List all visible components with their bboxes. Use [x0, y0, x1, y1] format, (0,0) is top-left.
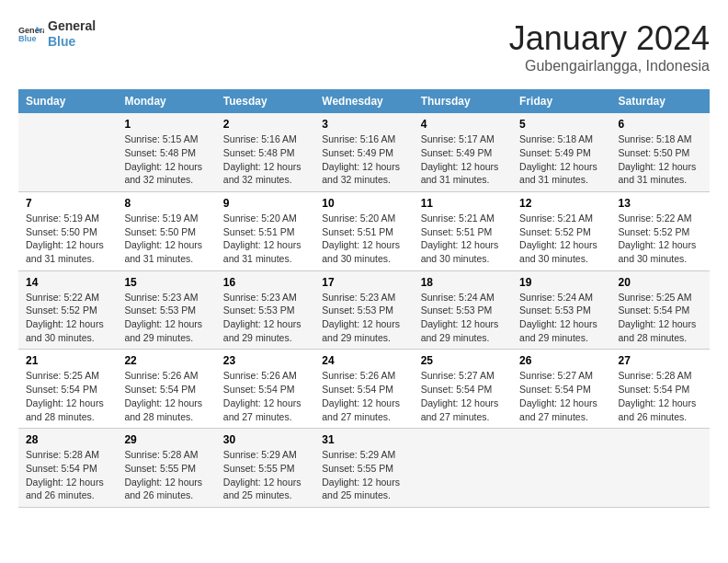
day-info: Sunrise: 5:19 AM Sunset: 5:50 PM Dayligh…	[124, 212, 208, 266]
week-row-2: 7Sunrise: 5:19 AM Sunset: 5:50 PM Daylig…	[18, 191, 710, 270]
logo-text-blue: Blue	[48, 34, 96, 50]
day-number: 6	[619, 118, 702, 131]
day-number: 26	[519, 354, 603, 367]
day-info: Sunrise: 5:23 AM Sunset: 5:53 PM Dayligh…	[124, 291, 208, 345]
calendar-cell: 19Sunrise: 5:24 AM Sunset: 5:53 PM Dayli…	[512, 270, 610, 350]
calendar-cell: 11Sunrise: 5:21 AM Sunset: 5:51 PM Dayli…	[414, 191, 512, 270]
day-info: Sunrise: 5:29 AM Sunset: 5:55 PM Dayligh…	[223, 448, 307, 502]
calendar-cell: 14Sunrise: 5:22 AM Sunset: 5:52 PM Dayli…	[18, 270, 117, 350]
logo: General Blue General Blue	[18, 18, 96, 50]
day-info: Sunrise: 5:26 AM Sunset: 5:54 PM Dayligh…	[322, 369, 405, 423]
day-info: Sunrise: 5:24 AM Sunset: 5:53 PM Dayligh…	[421, 291, 505, 345]
day-number: 2	[223, 118, 307, 131]
calendar-cell: 2Sunrise: 5:16 AM Sunset: 5:48 PM Daylig…	[216, 113, 314, 191]
calendar-table: SundayMondayTuesdayWednesdayThursdayFrid…	[18, 89, 710, 508]
day-number: 13	[619, 197, 702, 210]
calendar-cell: 17Sunrise: 5:23 AM Sunset: 5:53 PM Dayli…	[314, 270, 413, 350]
day-number: 11	[421, 197, 505, 210]
day-number: 10	[322, 197, 405, 210]
calendar-cell: 31Sunrise: 5:29 AM Sunset: 5:55 PM Dayli…	[314, 429, 413, 508]
day-number: 16	[223, 276, 307, 289]
day-info: Sunrise: 5:18 AM Sunset: 5:49 PM Dayligh…	[519, 132, 603, 187]
col-header-wednesday: Wednesday	[314, 89, 413, 113]
day-info: Sunrise: 5:28 AM Sunset: 5:54 PM Dayligh…	[26, 448, 109, 502]
day-number: 4	[421, 118, 505, 131]
day-info: Sunrise: 5:15 AM Sunset: 5:48 PM Dayligh…	[124, 132, 208, 187]
day-number: 25	[421, 354, 505, 367]
week-row-1: 1Sunrise: 5:15 AM Sunset: 5:48 PM Daylig…	[18, 113, 710, 191]
calendar-header-row: SundayMondayTuesdayWednesdayThursdayFrid…	[18, 89, 710, 113]
calendar-cell	[611, 429, 710, 508]
calendar-cell	[414, 429, 512, 508]
col-header-tuesday: Tuesday	[216, 89, 314, 113]
day-info: Sunrise: 5:22 AM Sunset: 5:52 PM Dayligh…	[26, 291, 109, 345]
day-number: 18	[421, 276, 505, 289]
day-info: Sunrise: 5:29 AM Sunset: 5:55 PM Dayligh…	[322, 448, 405, 502]
week-row-3: 14Sunrise: 5:22 AM Sunset: 5:52 PM Dayli…	[18, 270, 710, 350]
day-info: Sunrise: 5:21 AM Sunset: 5:51 PM Dayligh…	[421, 212, 505, 266]
day-number: 3	[322, 118, 405, 131]
day-info: Sunrise: 5:17 AM Sunset: 5:49 PM Dayligh…	[421, 132, 505, 187]
col-header-friday: Friday	[512, 89, 610, 113]
day-number: 30	[223, 433, 307, 446]
day-info: Sunrise: 5:27 AM Sunset: 5:54 PM Dayligh…	[519, 369, 603, 423]
logo-icon: General Blue	[18, 21, 44, 47]
svg-text:Blue: Blue	[18, 34, 37, 43]
day-info: Sunrise: 5:16 AM Sunset: 5:49 PM Dayligh…	[322, 132, 405, 187]
col-header-monday: Monday	[117, 89, 215, 113]
calendar-cell: 29Sunrise: 5:28 AM Sunset: 5:55 PM Dayli…	[117, 429, 215, 508]
day-number: 12	[519, 197, 603, 210]
day-number: 9	[223, 197, 307, 210]
calendar-cell: 6Sunrise: 5:18 AM Sunset: 5:50 PM Daylig…	[611, 113, 710, 191]
page-header: General Blue General Blue January 2024 G…	[18, 18, 710, 75]
calendar-cell: 26Sunrise: 5:27 AM Sunset: 5:54 PM Dayli…	[512, 350, 610, 429]
calendar-cell: 25Sunrise: 5:27 AM Sunset: 5:54 PM Dayli…	[414, 350, 512, 429]
day-number: 14	[26, 276, 109, 289]
day-number: 17	[322, 276, 405, 289]
calendar-cell: 30Sunrise: 5:29 AM Sunset: 5:55 PM Dayli…	[216, 429, 314, 508]
day-info: Sunrise: 5:20 AM Sunset: 5:51 PM Dayligh…	[223, 212, 307, 266]
calendar-cell: 28Sunrise: 5:28 AM Sunset: 5:54 PM Dayli…	[18, 429, 117, 508]
calendar-cell: 1Sunrise: 5:15 AM Sunset: 5:48 PM Daylig…	[117, 113, 215, 191]
day-info: Sunrise: 5:16 AM Sunset: 5:48 PM Dayligh…	[223, 132, 307, 187]
day-info: Sunrise: 5:23 AM Sunset: 5:53 PM Dayligh…	[322, 291, 405, 345]
svg-text:General: General	[18, 25, 44, 34]
calendar-cell: 18Sunrise: 5:24 AM Sunset: 5:53 PM Dayli…	[414, 270, 512, 350]
calendar-cell: 15Sunrise: 5:23 AM Sunset: 5:53 PM Dayli…	[117, 270, 215, 350]
day-number: 22	[124, 354, 208, 367]
logo-text-general: General	[48, 18, 96, 34]
col-header-sunday: Sunday	[18, 89, 117, 113]
day-info: Sunrise: 5:24 AM Sunset: 5:53 PM Dayligh…	[519, 291, 603, 345]
day-number: 21	[26, 354, 109, 367]
month-title: January 2024	[509, 18, 710, 58]
week-row-5: 28Sunrise: 5:28 AM Sunset: 5:54 PM Dayli…	[18, 429, 710, 508]
day-info: Sunrise: 5:19 AM Sunset: 5:50 PM Dayligh…	[26, 212, 109, 266]
day-number: 1	[124, 118, 208, 131]
day-info: Sunrise: 5:25 AM Sunset: 5:54 PM Dayligh…	[619, 291, 702, 345]
day-number: 5	[519, 118, 603, 131]
day-info: Sunrise: 5:20 AM Sunset: 5:51 PM Dayligh…	[322, 212, 405, 266]
day-info: Sunrise: 5:26 AM Sunset: 5:54 PM Dayligh…	[223, 369, 307, 423]
calendar-cell: 22Sunrise: 5:26 AM Sunset: 5:54 PM Dayli…	[117, 350, 215, 429]
day-info: Sunrise: 5:22 AM Sunset: 5:52 PM Dayligh…	[619, 212, 702, 266]
location-subtitle: Gubengairlangga, Indonesia	[509, 58, 710, 75]
calendar-cell: 16Sunrise: 5:23 AM Sunset: 5:53 PM Dayli…	[216, 270, 314, 350]
day-number: 28	[26, 433, 109, 446]
calendar-cell: 27Sunrise: 5:28 AM Sunset: 5:54 PM Dayli…	[611, 350, 710, 429]
calendar-cell: 5Sunrise: 5:18 AM Sunset: 5:49 PM Daylig…	[512, 113, 610, 191]
title-section: January 2024 Gubengairlangga, Indonesia	[509, 18, 710, 75]
calendar-cell: 24Sunrise: 5:26 AM Sunset: 5:54 PM Dayli…	[314, 350, 413, 429]
day-number: 29	[124, 433, 208, 446]
calendar-cell: 20Sunrise: 5:25 AM Sunset: 5:54 PM Dayli…	[611, 270, 710, 350]
calendar-cell: 9Sunrise: 5:20 AM Sunset: 5:51 PM Daylig…	[216, 191, 314, 270]
day-number: 7	[26, 197, 109, 210]
day-info: Sunrise: 5:18 AM Sunset: 5:50 PM Dayligh…	[619, 132, 702, 187]
day-number: 20	[619, 276, 702, 289]
day-number: 19	[519, 276, 603, 289]
calendar-cell: 13Sunrise: 5:22 AM Sunset: 5:52 PM Dayli…	[611, 191, 710, 270]
calendar-cell: 21Sunrise: 5:25 AM Sunset: 5:54 PM Dayli…	[18, 350, 117, 429]
day-info: Sunrise: 5:23 AM Sunset: 5:53 PM Dayligh…	[223, 291, 307, 345]
calendar-body: 1Sunrise: 5:15 AM Sunset: 5:48 PM Daylig…	[18, 113, 710, 507]
day-info: Sunrise: 5:28 AM Sunset: 5:54 PM Dayligh…	[619, 369, 702, 423]
calendar-cell: 23Sunrise: 5:26 AM Sunset: 5:54 PM Dayli…	[216, 350, 314, 429]
